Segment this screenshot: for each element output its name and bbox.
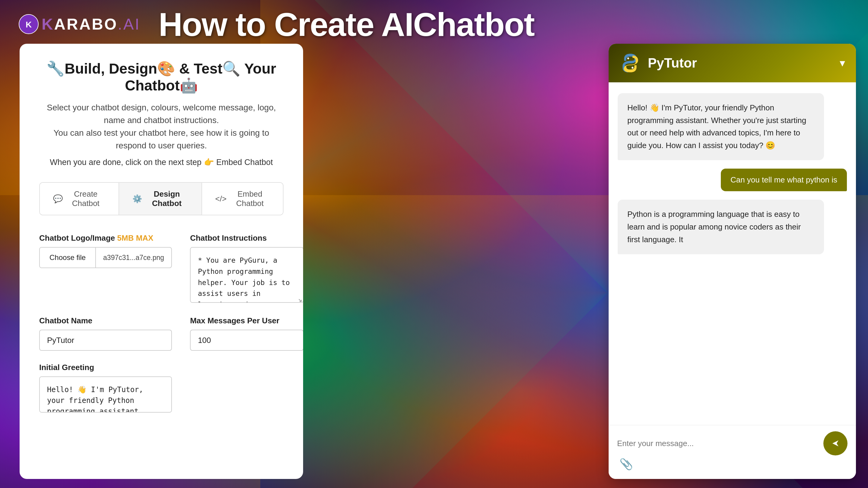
name-label: Chatbot Name bbox=[39, 316, 172, 326]
tab-embed-chatbot[interactable]: </> Embed Chatbot bbox=[202, 183, 283, 215]
message-bot-2: Python is a programming language that is… bbox=[618, 200, 824, 254]
code-icon: </> bbox=[215, 194, 227, 204]
file-input-row: Choose file a397c31...a7ce.png bbox=[39, 247, 172, 268]
chatbot-header-left: PyTutor bbox=[619, 52, 697, 74]
page-title: How to Create AIChatbot bbox=[159, 5, 534, 43]
instructions-wrapper bbox=[190, 247, 303, 304]
send-message-button[interactable] bbox=[824, 431, 847, 455]
greeting-form-group: Initial Greeting bbox=[39, 363, 172, 413]
gear-icon: ⚙️ bbox=[132, 194, 142, 204]
panel-hint: When you are done, click on the next ste… bbox=[39, 157, 283, 167]
chatbot-name: PyTutor bbox=[648, 56, 697, 70]
size-hint: 5MB MAX bbox=[117, 234, 154, 243]
form-grid: Chatbot Logo/Image 5MB MAX Choose file a… bbox=[39, 234, 283, 413]
greeting-textarea[interactable] bbox=[39, 376, 172, 413]
chat-input-row bbox=[617, 431, 847, 455]
chatbot-footer: 📎 bbox=[609, 425, 856, 479]
message-bot-1: Hello! 👋 I'm PyTutor, your friendly Pyth… bbox=[618, 93, 824, 160]
message-user-1: Can you tell me what python is bbox=[721, 169, 847, 191]
logo-form-group: Chatbot Logo/Image 5MB MAX Choose file a… bbox=[39, 234, 172, 304]
panel-title: 🔧Build, Design🎨 & Test🔍 Your Chatbot🤖 bbox=[39, 60, 283, 94]
python-logo-icon bbox=[619, 52, 641, 74]
header: K KARABO.ai How to Create AIChatbot bbox=[0, 0, 868, 48]
greeting-label: Initial Greeting bbox=[39, 363, 172, 372]
chat-message-input[interactable] bbox=[617, 434, 818, 453]
max-messages-input[interactable] bbox=[190, 330, 303, 351]
main-panel: 🔧Build, Design🎨 & Test🔍 Your Chatbot🤖 Se… bbox=[20, 44, 303, 479]
resize-handle-icon bbox=[297, 297, 302, 302]
instructions-textarea[interactable] bbox=[190, 247, 303, 303]
tab-create-chatbot[interactable]: 💬 Create Chatbot bbox=[40, 183, 119, 215]
chevron-down-icon[interactable]: ▾ bbox=[840, 57, 845, 69]
file-name-display: a397c31...a7ce.png bbox=[96, 248, 171, 268]
svg-text:K: K bbox=[26, 20, 32, 29]
logo-area: K KARABO.ai bbox=[18, 13, 141, 35]
karabo-logo-icon: K bbox=[18, 13, 39, 35]
max-messages-form-group: Max Messages Per User bbox=[190, 316, 303, 351]
max-messages-label: Max Messages Per User bbox=[190, 316, 303, 326]
chatbot-messages: Hello! 👋 I'm PyTutor, your friendly Pyth… bbox=[609, 82, 856, 425]
svg-point-2 bbox=[627, 57, 629, 59]
panel-subtitle-1: Select your chatbot design, colours, wel… bbox=[39, 101, 283, 152]
instructions-label: Chatbot Instructions bbox=[190, 234, 303, 243]
attachment-icon[interactable]: 📎 bbox=[617, 455, 847, 473]
chatbot-panel: PyTutor ▾ Hello! 👋 I'm PyTutor, your fri… bbox=[609, 44, 856, 479]
choose-file-button[interactable]: Choose file bbox=[40, 248, 96, 268]
chat-icon: 💬 bbox=[53, 194, 63, 204]
send-icon bbox=[830, 438, 841, 449]
tabs-row: 💬 Create Chatbot ⚙️ Design Chatbot </> E… bbox=[39, 182, 283, 215]
logo-text: KARABO.ai bbox=[42, 15, 141, 33]
chatbot-header: PyTutor ▾ bbox=[609, 44, 856, 82]
svg-point-3 bbox=[631, 67, 633, 68]
chatbot-name-input[interactable] bbox=[39, 330, 172, 351]
name-form-group: Chatbot Name bbox=[39, 316, 172, 351]
tab-design-chatbot[interactable]: ⚙️ Design Chatbot bbox=[119, 183, 202, 215]
logo-label: Chatbot Logo/Image 5MB MAX bbox=[39, 234, 172, 243]
instructions-form-group: Chatbot Instructions bbox=[190, 234, 303, 304]
